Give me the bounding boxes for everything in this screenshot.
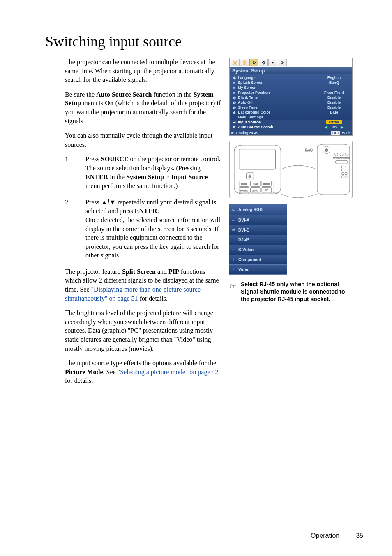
picture-mode-p: The input source type effects the option… xyxy=(65,359,222,385)
osd-value: English xyxy=(318,76,350,80)
osd-row: ▭Menu Settings xyxy=(230,115,352,120)
osd-row: ◐Sleep TimerDisable xyxy=(230,105,352,110)
osd-label: Blank Timer xyxy=(237,95,318,100)
osd-value: Disable xyxy=(318,105,350,109)
text: menu performs the same function.) xyxy=(85,182,178,189)
osd-row: ▭My Screen xyxy=(230,85,352,90)
back-label: Back xyxy=(341,131,350,135)
osd-row: ▭Projector PositionFloor Front xyxy=(230,90,352,95)
bold-text: ENTER xyxy=(85,174,108,181)
right-arrow-icon: ▶ xyxy=(341,125,344,129)
osd-label: Projector Position xyxy=(237,90,318,95)
text: The input source type effects the option… xyxy=(65,359,216,366)
bold-text: Input Source xyxy=(171,174,208,181)
screen-icon: ▭ xyxy=(231,86,237,90)
intro-p2: Be sure the Auto Source Search function … xyxy=(65,90,222,125)
osd-menu-screenshot: 🔆 🔆 ⚙ ⚙ ✦ ⟳ System Setup ◉LanguageEnglis… xyxy=(229,58,353,136)
osd-source-name: Analog RGB xyxy=(236,131,258,135)
osd-tab-icon: ⚙ xyxy=(259,59,268,66)
osd-tab-icon: ⟳ xyxy=(278,59,287,66)
source-label: DVI-D xyxy=(238,228,249,232)
svg-point-32 xyxy=(345,176,347,178)
page-title: Switching input source xyxy=(45,33,363,50)
dvi-icon: ▭ xyxy=(231,218,237,222)
svg-point-20 xyxy=(345,153,348,156)
osd-row: ◉LanguageEnglish xyxy=(230,75,352,80)
source-label: DVI-A xyxy=(238,218,249,222)
osd-label: Auto Off xyxy=(237,100,318,104)
osd-label: Background Color xyxy=(237,110,318,114)
osd-tab-icon: ⚙ xyxy=(249,59,258,66)
osd-label: Input Source xyxy=(237,120,318,124)
projector-icon: ▭ xyxy=(231,91,237,95)
bold-text: SOURCE xyxy=(101,155,129,162)
cross-ref-link[interactable]: "Selecting a picture mode" on page 42 xyxy=(118,368,219,375)
source-label: S-Video xyxy=(238,248,254,252)
source-label: Analog RGB xyxy=(238,207,263,212)
svg-point-29 xyxy=(341,172,344,175)
intro-p1: The projector can be connected to multip… xyxy=(65,58,222,84)
bold-text: Auto Source Search xyxy=(96,91,152,98)
source-item: ◦Video xyxy=(229,265,287,275)
svg-text:⏻: ⏻ xyxy=(325,148,328,152)
osd-tab-icon: ✦ xyxy=(268,59,277,66)
osd-tab-icon: 🔆 xyxy=(231,59,240,66)
rj45-icon: ⊟ xyxy=(231,238,237,242)
bold-text: PIP xyxy=(168,268,179,275)
svg-rect-0 xyxy=(239,149,276,169)
body-column: The projector can be connected to multip… xyxy=(45,58,222,391)
enter-badge: ENTER xyxy=(326,120,342,124)
split-screen-p: The projector feature Split Screen and P… xyxy=(65,267,222,303)
step-1: 1. Press SOURCE on the projector or remo… xyxy=(65,155,222,190)
bold-text: System Setup xyxy=(126,174,164,181)
source-item: ▭DVI-A xyxy=(229,215,287,225)
svg-text:MODE: MODE xyxy=(241,183,247,185)
text: The projector feature xyxy=(65,268,122,275)
text: Press xyxy=(85,199,101,206)
bold-text: On xyxy=(105,100,113,107)
svideo-icon: ◦ xyxy=(231,248,237,252)
osd-row: ▭Splash ScreenBenQ xyxy=(230,80,352,85)
osd-value: Disable xyxy=(318,95,350,100)
svg-point-30 xyxy=(345,172,347,175)
text: and xyxy=(156,268,168,275)
bold-text: ENTER xyxy=(135,207,157,214)
source-item: ⊟RJ-45 xyxy=(229,235,287,245)
osd-tab-bar: 🔆 🔆 ⚙ ⚙ ✦ ⟳ xyxy=(230,58,352,67)
svg-text:BenQ: BenQ xyxy=(305,148,313,152)
text: . See xyxy=(103,368,118,375)
timer-icon: ◐ xyxy=(231,101,237,104)
keypad-diagram: ⏻ MODE SOURCE ◂ ⌧ AUTO ENTER ⌂▾ ⏻ SOURCE xyxy=(229,141,353,198)
globe-icon: ◉ xyxy=(231,76,237,80)
color-icon: ◆ xyxy=(231,111,237,114)
screen-icon: ▭ xyxy=(231,81,237,85)
osd-row: ◐Blank TimerDisable xyxy=(230,95,352,100)
osd-label: Language xyxy=(237,76,318,80)
svg-text:⌂▾: ⌂▾ xyxy=(265,188,268,191)
osd-label: Auto Source Search xyxy=(237,125,318,129)
svg-rect-15 xyxy=(273,181,278,193)
svg-text:FREEZE: FREEZE xyxy=(344,157,350,159)
osd-value: BenQ xyxy=(318,81,350,85)
source-item: ◦S-Video xyxy=(229,245,287,255)
text: . xyxy=(157,207,159,214)
page-footer: Operation35 xyxy=(311,532,363,540)
svg-rect-24 xyxy=(335,160,348,164)
osd-title: System Setup xyxy=(230,67,352,74)
section-name: Operation xyxy=(311,532,339,539)
source-selection-list: ▭Analog RGB ▭DVI-A ▭DVI-D ⊟RJ-45 ◦S-Vide… xyxy=(229,204,287,275)
svg-text:ENTER: ENTER xyxy=(263,183,270,185)
back-arrow-icon: ⇤ xyxy=(231,131,235,135)
osd-tab-icon: 🔆 xyxy=(240,59,249,66)
text: for details. xyxy=(138,295,168,302)
osd-label: Splash Screen xyxy=(237,81,318,85)
text: Be sure the xyxy=(65,91,96,98)
svg-point-25 xyxy=(341,166,344,168)
timer-icon: ◐ xyxy=(231,106,237,109)
svg-text:SOURCE: SOURCE xyxy=(240,190,248,192)
text: Once detected, the selected source infor… xyxy=(85,216,220,259)
osd-value: On xyxy=(332,125,337,129)
bold-text: Split Screen xyxy=(122,268,156,275)
intro-p3: You can also manually cycle through the … xyxy=(65,131,222,149)
arrow-icons: ▲/▼ xyxy=(101,199,116,206)
